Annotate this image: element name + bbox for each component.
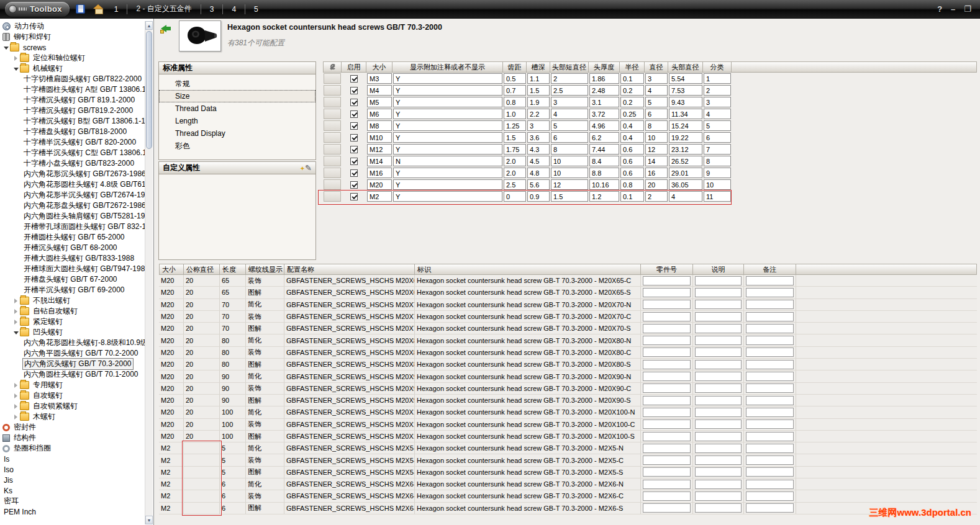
head-thickness-input[interactable]: 2.48	[589, 85, 619, 96]
part-number-input[interactable]	[643, 444, 691, 453]
head-thickness-input[interactable]: 8.8	[589, 168, 619, 178]
part-number-input[interactable]	[643, 384, 691, 393]
head-thickness-input[interactable]: 1.86	[589, 73, 619, 84]
expand-arrow-icon[interactable]	[12, 55, 20, 62]
radius-input[interactable]: 0.4	[620, 132, 644, 143]
tree-item[interactable]: 十字槽圆柱头螺钉 A型 GB/T 13806.1-1	[0, 84, 145, 95]
comment-input[interactable]	[695, 288, 742, 297]
class-input[interactable]: 4	[704, 109, 731, 119]
size-input[interactable]: M20	[367, 179, 392, 190]
pitch-input[interactable]: 2.0	[504, 156, 526, 166]
comment-input[interactable]	[695, 384, 742, 393]
remark-input[interactable]	[746, 396, 794, 405]
part-number-input[interactable]	[643, 432, 691, 441]
remark-input[interactable]	[746, 276, 794, 285]
tree-item[interactable]: 内六角花形半沉头螺钉 GB/T2674-1986	[0, 190, 145, 200]
pitch-input[interactable]: 1.75	[504, 144, 526, 155]
property-page-item[interactable]: 常规	[159, 78, 315, 90]
enabled-checkbox[interactable]	[350, 99, 358, 106]
tree-item[interactable]: Ks	[0, 485, 145, 496]
comment-input[interactable]	[695, 312, 742, 321]
add-custom-property-button[interactable]: ✦✎	[300, 163, 312, 173]
part-number-input[interactable]	[643, 372, 691, 381]
size-input[interactable]: M2	[367, 191, 392, 202]
pitch-input[interactable]: 1.5	[504, 132, 526, 143]
tree-item[interactable]: 十字槽沉头螺钉 GB/T819.2-2000	[0, 105, 145, 116]
slot-depth-input[interactable]: 2.2	[527, 109, 550, 119]
enabled-checkbox[interactable]	[350, 134, 358, 141]
head-short-dia-input[interactable]: 4	[551, 109, 588, 119]
column-header-head-thickness[interactable]: 头厚度	[589, 61, 620, 73]
tree-item[interactable]: 开槽大圆柱头螺钉 GB/T833-1988	[0, 253, 145, 264]
slot-depth-input[interactable]: 1.5	[527, 85, 550, 96]
tree-item[interactable]: 十字槽盘头螺钉 GB/T818-2000	[0, 127, 145, 137]
class-input[interactable]: 7	[704, 144, 731, 155]
column-header-comment[interactable]: 说明	[693, 264, 744, 275]
pitch-input[interactable]: 0.7	[504, 85, 526, 96]
remark-input[interactable]	[746, 288, 794, 297]
radius-input[interactable]: 0.1	[620, 191, 644, 202]
head-dia-input[interactable]: 5.54	[669, 73, 702, 84]
pitch-input[interactable]: 2.5	[504, 179, 526, 190]
diameter-input[interactable]: 2	[645, 191, 668, 202]
head-short-dia-input[interactable]: 3	[551, 97, 588, 107]
property-page-item[interactable]: Thread Data	[159, 102, 315, 115]
class-input[interactable]: 6	[704, 132, 731, 143]
property-page-item[interactable]: Thread Display	[159, 127, 315, 140]
size-input[interactable]: M6	[367, 109, 392, 119]
pitch-input[interactable]: 0.8	[504, 97, 526, 107]
column-header-head-short-dia[interactable]: 头部短直径	[550, 61, 589, 73]
radius-input[interactable]: 0.2	[620, 97, 644, 107]
breadcrumb-item[interactable]: 1	[110, 4, 123, 15]
slot-depth-input[interactable]: 4.5	[527, 156, 550, 166]
part-number-input[interactable]	[643, 455, 691, 465]
part-number-input[interactable]	[643, 312, 691, 321]
tree-item[interactable]: 内六角花形圆柱头螺钉 4.8级 GB/T6190	[0, 179, 145, 190]
help-button[interactable]: ?	[937, 5, 942, 13]
comment-input[interactable]	[695, 491, 742, 501]
tree-item[interactable]: 十字槽半沉头螺钉 GB/T 820-2000	[0, 137, 145, 148]
remark-input[interactable]	[746, 444, 794, 453]
tree-item[interactable]: 十字切槽扁圆头螺钉 GB/T822-2000	[0, 74, 145, 84]
size-input[interactable]: M8	[367, 120, 392, 131]
row-handle[interactable]	[323, 167, 342, 179]
sidebar-scrollbar[interactable]: ▲ ▼	[145, 21, 153, 524]
config-table-row[interactable]: M20 20 65 装饰 GBFASTENER_SCREWS_HSCHS M20…	[159, 275, 977, 287]
enabled-checkbox[interactable]	[350, 193, 358, 200]
diameter-input[interactable]: 6	[645, 109, 668, 119]
tree-item[interactable]: 自钻自攻螺钉	[0, 306, 145, 316]
class-input[interactable]: 8	[704, 156, 731, 166]
pitch-input[interactable]: 1.25	[504, 120, 526, 131]
size-input[interactable]: M14	[367, 156, 392, 166]
home-button[interactable]	[92, 2, 106, 16]
generate-part-icon[interactable]	[160, 22, 171, 34]
part-number-input[interactable]	[643, 300, 691, 309]
tree-item[interactable]: 密耳	[0, 496, 145, 506]
comment-input[interactable]	[695, 300, 742, 309]
comment-input[interactable]	[695, 348, 742, 357]
class-input[interactable]: 11	[704, 191, 731, 202]
config-table-row[interactable]: M2 6 简化 GBFASTENER_SCREWS_HSCHS M2X6-N H…	[159, 478, 977, 490]
note-input[interactable]: Y	[393, 179, 502, 190]
column-header-diameter[interactable]: 直径	[645, 61, 668, 73]
head-thickness-input[interactable]: 1.2	[589, 191, 619, 202]
remark-input[interactable]	[746, 455, 794, 465]
config-table-row[interactable]: M20 20 100 图解 GBFASTENER_SCREWS_HSCHS M2…	[159, 431, 977, 442]
part-number-input[interactable]	[643, 276, 691, 285]
tree-item[interactable]: 内六角圆柱头轴肩螺钉 GB/T5281-1985	[0, 211, 145, 222]
diameter-input[interactable]: 20	[645, 179, 668, 190]
head-short-dia-input[interactable]: 5	[551, 120, 588, 131]
tree-item[interactable]: 自攻螺钉	[0, 390, 145, 401]
tree-item[interactable]: 结构件	[0, 433, 145, 443]
save-button[interactable]	[74, 2, 88, 16]
comment-input[interactable]	[695, 408, 742, 417]
size-input[interactable]: M10	[367, 132, 392, 143]
tree-item[interactable]: Jis	[0, 475, 145, 485]
slot-depth-input[interactable]: 5.6	[527, 179, 550, 190]
tree-item[interactable]: Iso	[0, 464, 145, 475]
tree-item[interactable]: 十字槽小盘头螺钉 GB/T823-2000	[0, 158, 145, 169]
diameter-input[interactable]: 3	[645, 73, 668, 84]
config-table-row[interactable]: M20 20 70 装饰 GBFASTENER_SCREWS_HSCHS M20…	[159, 311, 977, 323]
head-short-dia-input[interactable]: 12	[551, 179, 588, 190]
tree-item[interactable]: 木螺钉	[0, 411, 145, 422]
